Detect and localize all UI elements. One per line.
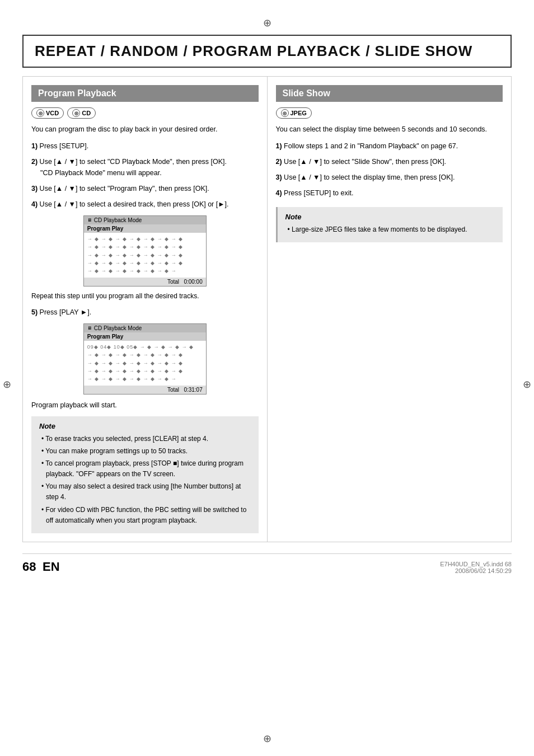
main-title: REPEAT / RANDOM / PROGRAM PLAYBACK / SLI… <box>22 35 512 68</box>
right-step-4: 4) Press [SETUP] to exit. <box>276 187 503 199</box>
step-4: 4) Use [▲ / ▼] to select a desired track… <box>31 199 259 210</box>
badge-vcd: ◎ VCD <box>31 107 64 119</box>
screen1-total-row: Total 0:00:00 <box>84 278 206 286</box>
right-note-item-1: • Large-size JPEG files take a few momen… <box>285 224 495 235</box>
playback-start-text: Program playback will start. <box>31 400 259 411</box>
crosshair-top: ⊕ <box>22 17 512 29</box>
left-column: Program Playback ◎ VCD ◎ CD You can prog… <box>23 77 268 542</box>
step-4-number: 4) <box>31 200 38 208</box>
page-language: EN <box>43 560 60 574</box>
screen2-sub-bar: Program Play <box>84 332 206 341</box>
step-5-number: 5) <box>31 308 38 316</box>
crosshair-bottom: ⊕ <box>263 732 271 745</box>
screen2-title-bar: 🖥 CD Playback Mode <box>84 324 206 332</box>
page-number-block: 68 EN <box>22 560 60 574</box>
left-intro-text: You can program the disc to play back in… <box>31 124 259 135</box>
screen-mockup-2: 🖥 CD Playback Mode Program Play 09◆ 04◆ … <box>83 323 207 395</box>
left-note-item-5: • For video CD with PBC function, the PB… <box>39 505 251 526</box>
crosshair-right: ⊕ <box>523 378 531 391</box>
right-step-1-number: 1) <box>276 142 282 150</box>
vcd-icon: ◎ <box>36 109 44 117</box>
screen2-row-2: → ◆ → ◆ → ◆ → ◆ → ◆ → ◆ → ◆ <box>87 351 203 359</box>
screen2-row-3: → ◆ → ◆ → ◆ → ◆ → ◆ → ◆ → ◆ <box>87 359 203 367</box>
two-col-layout: Program Playback ◎ VCD ◎ CD You can prog… <box>22 76 512 542</box>
screen-mockup-1: 🖥 CD Playback Mode Program Play → ◆ → ◆ … <box>83 215 207 287</box>
file-info: E7H40UD_EN_v5.indd 68 <box>440 561 512 567</box>
screen2-total-row: Total 0:31:07 <box>84 386 206 394</box>
left-note-item-4: • You may also select a desired track us… <box>39 481 251 503</box>
badge-row-right: ◎ JPEG <box>276 107 503 119</box>
right-step-2-number: 2) <box>276 158 282 166</box>
screen1-row-4: → ◆ → ◆ → ◆ → ◆ → ◆ → ◆ → ◆ <box>87 259 203 267</box>
badge-jpeg: ◎ JPEG <box>276 107 312 119</box>
right-note-title: Note <box>285 213 495 221</box>
screen2-icon: 🖥 <box>87 326 92 331</box>
left-note-box: Note • To erase tracks you selected, pre… <box>31 416 259 534</box>
step-5: 5) Press [PLAY ►]. <box>31 307 259 318</box>
right-step-3: 3) Use [▲ / ▼] to select the display tim… <box>276 172 503 183</box>
screen1-icon: 🖥 <box>87 218 92 223</box>
jpeg-icon: ◎ <box>281 109 289 117</box>
page-number: 68 <box>22 560 36 574</box>
screen1-body: → ◆ → ◆ → ◆ → ◆ → ◆ → ◆ → ◆ → ◆ → ◆ → ◆ … <box>84 233 206 278</box>
screen2-row-5: → ◆ → ◆ → ◆ → ◆ → ◆ → ◆ → <box>87 375 203 383</box>
step-2-number: 2) <box>31 158 38 166</box>
repeat-text: Repeat this step until you program all t… <box>31 292 259 300</box>
screen2-body: 09◆ 04◆ 10◆ 05◆ → ◆ → ◆ → ◆ → ◆ → ◆ → ◆ … <box>84 341 206 386</box>
step-3-number: 3) <box>31 185 38 192</box>
footer: 68 EN E7H40UD_EN_v5.indd 68 2008/06/02 1… <box>22 553 512 574</box>
screen2-row-4: → ◆ → ◆ → ◆ → ◆ → ◆ → ◆ → ◆ <box>87 367 203 375</box>
date-info: 2008/06/02 14:50:29 <box>440 567 512 574</box>
left-note-item-3: • To cancel program playback, press [STO… <box>39 458 251 480</box>
screen1-row-5: → ◆ → ◆ → ◆ → ◆ → ◆ → ◆ → <box>87 267 203 275</box>
right-step-1: 1) Follow steps 1 and 2 in "Random Playb… <box>276 140 503 152</box>
screen2-row-1: 09◆ 04◆ 10◆ 05◆ → ◆ → ◆ → ◆ → ◆ <box>87 343 203 351</box>
footer-right: E7H40UD_EN_v5.indd 68 2008/06/02 14:50:2… <box>440 561 512 574</box>
page-wrapper: ⊕ REPEAT / RANDOM / PROGRAM PLAYBACK / S… <box>0 0 534 756</box>
right-step-2: 2) Use [▲ / ▼] to select "Slide Show", t… <box>276 156 503 167</box>
cd-icon: ◎ <box>72 109 80 117</box>
step-1-number: 1) <box>31 142 38 150</box>
screen1-row-3: → ◆ → ◆ → ◆ → ◆ → ◆ → ◆ → ◆ <box>87 251 203 259</box>
step-3: 3) Use [▲ / ▼] to select "Program Play",… <box>31 183 259 194</box>
step-1: 1) Press [SETUP]. <box>31 140 259 152</box>
right-step-3-number: 3) <box>276 173 282 181</box>
screen1-sub-bar: Program Play <box>84 224 206 233</box>
left-section-header: Program Playback <box>31 85 259 102</box>
screen1-row-1: → ◆ → ◆ → ◆ → ◆ → ◆ → ◆ → ◆ <box>87 235 203 243</box>
screen1-row-2: → ◆ → ◆ → ◆ → ◆ → ◆ → ◆ → ◆ <box>87 243 203 251</box>
step-2: 2) Use [▲ / ▼] to select "CD Playback Mo… <box>31 156 259 179</box>
left-note-title: Note <box>39 422 251 430</box>
crosshair-left: ⊕ <box>3 378 11 391</box>
left-note-item-1: • To erase tracks you selected, press [C… <box>39 434 251 444</box>
screen1-title-bar: 🖥 CD Playback Mode <box>84 216 206 224</box>
right-column: Slide Show ◎ JPEG You can select the dis… <box>268 77 512 542</box>
left-note-item-2: • You can make program settings up to 50… <box>39 446 251 457</box>
badge-cd: ◎ CD <box>67 107 96 119</box>
right-intro-text: You can select the display time between … <box>276 124 503 135</box>
badge-row-left: ◎ VCD ◎ CD <box>31 107 259 119</box>
right-step-4-number: 4) <box>276 189 282 197</box>
right-section-header: Slide Show <box>276 85 503 102</box>
right-note-box: Note • Large-size JPEG files take a few … <box>276 207 503 242</box>
